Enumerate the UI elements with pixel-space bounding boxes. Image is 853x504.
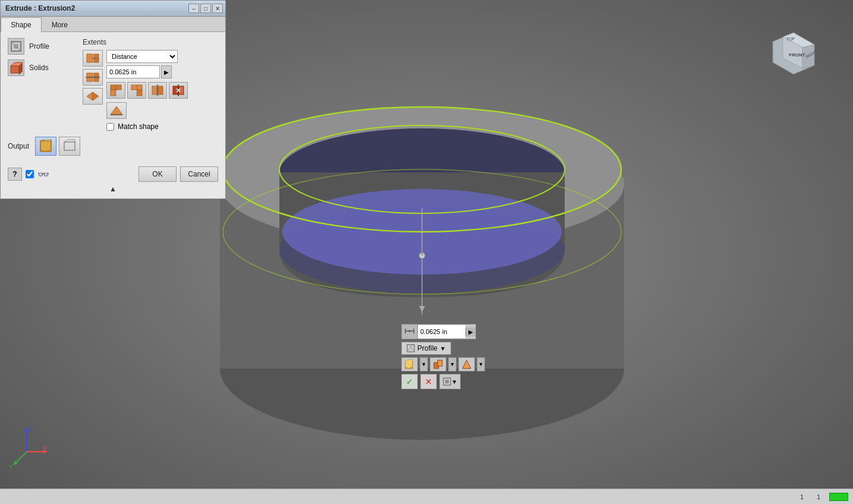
mini-row-distance: ▶ (401, 324, 485, 339)
mini-distance-arrow[interactable]: ▶ (465, 327, 476, 336)
mini-row-profile: Profile ▼ (401, 342, 485, 355)
canvas-more-button[interactable]: ▼ (439, 374, 461, 389)
canvas-more-arrow: ▼ (452, 379, 458, 385)
selector-list: Profile Solids (8, 38, 73, 131)
distance-dropdown-row: Distance Symmetric Full To Between (106, 50, 218, 63)
svg-text:X: X (43, 445, 47, 451)
surface-output-btn[interactable] (59, 137, 80, 156)
tab-shape[interactable]: Shape (1, 17, 42, 32)
status-num1: 1 (796, 493, 808, 500)
mini-join-dropdown[interactable]: ▼ (448, 357, 457, 371)
preview-checkbox[interactable] (26, 170, 34, 178)
mini-taper-btn[interactable] (458, 357, 475, 371)
svg-marker-73 (405, 360, 413, 368)
dialog-arrow: ▲ (1, 184, 225, 194)
svg-rect-61 (64, 142, 75, 150)
svg-rect-32 (11, 66, 19, 73)
mini-solid-dropdown[interactable]: ▼ (420, 357, 428, 371)
profile-button[interactable]: Profile ▼ (401, 342, 451, 355)
tab-more[interactable]: More (42, 17, 78, 32)
preview-icon: 👓 (37, 169, 49, 180)
extents-right: Distance Symmetric Full To Between ▶ (106, 50, 218, 131)
dir-down-btn[interactable] (127, 82, 146, 99)
solids-selector[interactable]: Solids (8, 59, 73, 76)
match-shape-label: Match shape (118, 122, 159, 131)
status-num2: 1 (813, 493, 824, 500)
dialog-title: Extrude : Extrusion2 (3, 4, 75, 12)
mini-taper-dropdown[interactable]: ▼ (477, 357, 485, 371)
dialog-bottom: ? 👓 OK Cancel (1, 162, 225, 184)
canvas-cancel-button[interactable]: ✕ (420, 374, 437, 389)
profile-icon (8, 38, 24, 55)
distance-input[interactable] (106, 65, 160, 78)
action-buttons: OK Cancel (139, 166, 218, 182)
mini-toolbar-row2: ▼ ▼ ▼ (401, 357, 485, 371)
svg-marker-57 (111, 106, 122, 115)
title-bar: Extrude : Extrusion2 – □ ✕ (0, 0, 226, 17)
extent-flip-btn3[interactable] (83, 88, 103, 105)
mini-toolbar-row3: ✓ ✕ ▼ (401, 374, 485, 389)
extent-flip-btn2[interactable] (83, 69, 103, 86)
cancel-button[interactable]: Cancel (180, 166, 218, 182)
extent-rows: Distance Symmetric Full To Between ▶ (83, 50, 218, 131)
profile-dropdown-icon: ▼ (440, 345, 446, 352)
mini-distance-group: ▶ (401, 324, 476, 339)
svg-text:TOP: TOP (786, 37, 795, 41)
mini-solid-btn[interactable] (401, 357, 418, 371)
svg-rect-53 (179, 86, 184, 94)
bottom-left: ? 👓 (8, 168, 49, 181)
restore-button[interactable]: □ (200, 4, 211, 13)
svg-rect-43 (111, 90, 115, 96)
canvas-toolbar: ▶ Profile ▼ ▼ ▼ (401, 324, 485, 389)
solid-output-btn[interactable] (35, 137, 56, 156)
svg-rect-47 (137, 90, 142, 96)
status-bar: 1 1 (0, 489, 853, 504)
solids-icon (8, 59, 24, 76)
dir-sym-btn[interactable] (148, 82, 167, 99)
svg-rect-35 (87, 54, 93, 62)
close-button[interactable]: ✕ (212, 4, 223, 13)
profile-label: Profile (29, 42, 49, 51)
distance-value-row: ▶ (106, 65, 218, 78)
nav-cube[interactable]: FRONT RIGHT TOP (770, 30, 817, 77)
output-label: Output (8, 142, 29, 150)
extent-btn-column (83, 50, 103, 131)
direction-buttons (106, 82, 218, 99)
svg-line-20 (15, 452, 27, 464)
svg-text:Z: Z (29, 426, 32, 431)
svg-rect-49 (152, 86, 157, 94)
help-button[interactable]: ? (8, 168, 22, 181)
svg-rect-52 (173, 86, 178, 94)
status-indicator (829, 493, 848, 501)
profile-selector[interactable]: Profile (8, 38, 73, 55)
title-bar-buttons: – □ ✕ (188, 4, 223, 13)
dialog-content: Profile Solids Extents (1, 32, 225, 162)
match-shape-row: Match shape (106, 122, 218, 131)
svg-text:FRONT: FRONT (789, 52, 805, 58)
extrude-dialog: Shape More Profile (0, 17, 226, 199)
svg-point-31 (14, 45, 18, 48)
shape-section: Profile Solids Extents (8, 38, 218, 131)
extents-title: Extents (83, 38, 218, 46)
svg-marker-42 (93, 92, 99, 100)
svg-marker-76 (462, 360, 471, 368)
extent-flip-btn1[interactable] (83, 50, 103, 67)
extents-section: Extents (83, 38, 218, 131)
mini-distance-input[interactable] (418, 325, 465, 338)
svg-marker-41 (87, 92, 93, 100)
dir-up-btn[interactable] (106, 82, 125, 99)
output-buttons (35, 137, 80, 156)
solids-label: Solids (29, 64, 49, 72)
canvas-confirm-button[interactable]: ✓ (401, 374, 418, 389)
mini-join-btn[interactable] (430, 357, 446, 371)
match-shape-checkbox[interactable] (106, 123, 114, 131)
output-section: Output (8, 137, 218, 156)
extents-dropdown[interactable]: Distance Symmetric Full To Between (106, 50, 178, 63)
dir-flip-btn[interactable] (169, 82, 188, 99)
minimize-button[interactable]: – (188, 4, 199, 13)
profile-button-label: Profile (417, 344, 437, 352)
distance-arrow-btn[interactable]: ▶ (161, 65, 172, 78)
ok-button[interactable]: OK (139, 166, 177, 182)
taper-btn[interactable] (106, 102, 127, 119)
svg-text:Y: Y (9, 464, 12, 470)
